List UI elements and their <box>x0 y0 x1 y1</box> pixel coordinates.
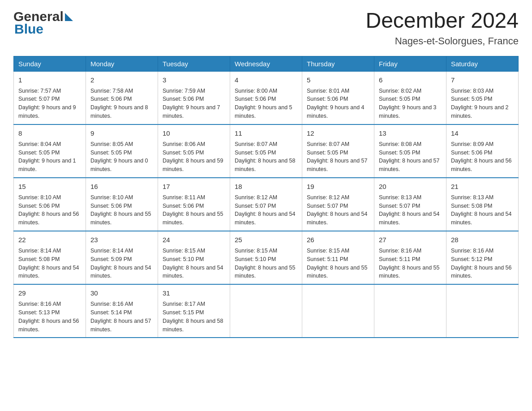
day-number: 15 <box>18 182 81 192</box>
calendar-cell: 12Sunrise: 8:07 AMSunset: 5:05 PMDayligh… <box>302 124 374 178</box>
day-info: Sunrise: 7:57 AMSunset: 5:07 PMDaylight:… <box>18 88 76 120</box>
day-info: Sunrise: 8:13 AMSunset: 5:08 PMDaylight:… <box>451 194 512 226</box>
calendar-cell: 30Sunrise: 8:16 AMSunset: 5:14 PMDayligh… <box>86 284 158 338</box>
day-info: Sunrise: 8:05 AMSunset: 5:05 PMDaylight:… <box>90 141 148 173</box>
day-number: 1 <box>18 75 81 85</box>
calendar-cell: 6Sunrise: 8:02 AMSunset: 5:05 PMDaylight… <box>374 71 446 124</box>
calendar-cell: 10Sunrise: 8:06 AMSunset: 5:05 PMDayligh… <box>158 124 230 178</box>
day-number: 17 <box>163 182 225 192</box>
calendar-cell: 3Sunrise: 7:59 AMSunset: 5:06 PMDaylight… <box>158 71 230 124</box>
calendar-cell: 20Sunrise: 8:13 AMSunset: 5:07 PMDayligh… <box>374 178 446 231</box>
day-info: Sunrise: 8:16 AMSunset: 5:11 PMDaylight:… <box>379 248 440 279</box>
day-info: Sunrise: 8:02 AMSunset: 5:05 PMDaylight:… <box>379 88 437 120</box>
calendar-cell: 2Sunrise: 7:58 AMSunset: 5:06 PMDaylight… <box>86 71 158 124</box>
page-subtitle: Nages-et-Solorgues, France <box>365 35 519 47</box>
calendar-table: SundayMondayTuesdayWednesdayThursdayFrid… <box>13 56 519 338</box>
day-number: 28 <box>451 235 514 245</box>
day-info: Sunrise: 8:09 AMSunset: 5:06 PMDaylight:… <box>451 141 512 173</box>
calendar-cell: 18Sunrise: 8:12 AMSunset: 5:07 PMDayligh… <box>230 178 302 231</box>
calendar-cell <box>302 284 374 338</box>
day-number: 29 <box>18 288 81 298</box>
logo-chevron-icon <box>65 13 73 21</box>
day-number: 6 <box>379 75 442 85</box>
calendar-cell: 8Sunrise: 8:04 AMSunset: 5:05 PMDaylight… <box>14 124 86 178</box>
calendar-cell: 19Sunrise: 8:12 AMSunset: 5:07 PMDayligh… <box>302 178 374 231</box>
logo: General Blue <box>13 9 73 37</box>
col-header-tuesday: Tuesday <box>158 56 230 71</box>
day-number: 10 <box>163 128 225 138</box>
day-info: Sunrise: 8:12 AMSunset: 5:07 PMDaylight:… <box>307 194 368 226</box>
day-info: Sunrise: 8:17 AMSunset: 5:15 PMDaylight:… <box>163 301 223 333</box>
day-info: Sunrise: 8:07 AMSunset: 5:05 PMDaylight:… <box>307 141 368 173</box>
day-info: Sunrise: 8:06 AMSunset: 5:05 PMDaylight:… <box>163 141 223 173</box>
week-row-5: 29Sunrise: 8:16 AMSunset: 5:13 PMDayligh… <box>14 284 519 338</box>
day-info: Sunrise: 8:03 AMSunset: 5:05 PMDaylight:… <box>451 88 509 120</box>
day-info: Sunrise: 7:58 AMSunset: 5:06 PMDaylight:… <box>90 88 148 120</box>
day-info: Sunrise: 8:16 AMSunset: 5:13 PMDaylight:… <box>18 301 79 333</box>
day-number: 19 <box>307 182 369 192</box>
calendar-cell: 7Sunrise: 8:03 AMSunset: 5:05 PMDaylight… <box>446 71 519 124</box>
calendar-cell: 11Sunrise: 8:07 AMSunset: 5:05 PMDayligh… <box>230 124 302 178</box>
page-title: December 2024 <box>365 9 519 33</box>
day-info: Sunrise: 8:16 AMSunset: 5:12 PMDaylight:… <box>451 248 512 279</box>
calendar-cell: 31Sunrise: 8:17 AMSunset: 5:15 PMDayligh… <box>158 284 230 338</box>
day-number: 26 <box>307 235 369 245</box>
day-number: 21 <box>451 182 514 192</box>
col-header-sunday: Sunday <box>14 56 86 71</box>
calendar-cell: 14Sunrise: 8:09 AMSunset: 5:06 PMDayligh… <box>446 124 519 178</box>
calendar-cell: 15Sunrise: 8:10 AMSunset: 5:06 PMDayligh… <box>14 178 86 231</box>
col-header-monday: Monday <box>86 56 158 71</box>
col-header-friday: Friday <box>374 56 446 71</box>
day-info: Sunrise: 8:07 AMSunset: 5:05 PMDaylight:… <box>235 141 296 173</box>
day-number: 20 <box>379 182 442 192</box>
week-row-4: 22Sunrise: 8:14 AMSunset: 5:08 PMDayligh… <box>14 231 519 284</box>
day-number: 31 <box>163 288 225 298</box>
col-header-saturday: Saturday <box>446 56 519 71</box>
calendar-cell: 24Sunrise: 8:15 AMSunset: 5:10 PMDayligh… <box>158 231 230 284</box>
day-info: Sunrise: 8:15 AMSunset: 5:11 PMDaylight:… <box>307 248 368 279</box>
day-number: 18 <box>235 182 297 192</box>
day-info: Sunrise: 8:15 AMSunset: 5:10 PMDaylight:… <box>163 248 223 279</box>
day-number: 7 <box>451 75 514 85</box>
day-number: 24 <box>163 235 225 245</box>
calendar-cell: 1Sunrise: 7:57 AMSunset: 5:07 PMDaylight… <box>14 71 86 124</box>
day-info: Sunrise: 8:15 AMSunset: 5:10 PMDaylight:… <box>235 248 296 279</box>
day-info: Sunrise: 7:59 AMSunset: 5:06 PMDaylight:… <box>163 88 220 120</box>
day-number: 16 <box>90 182 153 192</box>
calendar-cell <box>230 284 302 338</box>
col-header-thursday: Thursday <box>302 56 374 71</box>
day-info: Sunrise: 8:12 AMSunset: 5:07 PMDaylight:… <box>235 194 296 226</box>
calendar-cell: 28Sunrise: 8:16 AMSunset: 5:12 PMDayligh… <box>446 231 519 284</box>
day-info: Sunrise: 8:14 AMSunset: 5:08 PMDaylight:… <box>18 248 79 279</box>
calendar-cell: 17Sunrise: 8:11 AMSunset: 5:06 PMDayligh… <box>158 178 230 231</box>
day-number: 8 <box>18 128 81 138</box>
calendar-header-row: SundayMondayTuesdayWednesdayThursdayFrid… <box>14 56 519 71</box>
day-number: 23 <box>90 235 153 245</box>
calendar-cell <box>374 284 446 338</box>
day-info: Sunrise: 8:16 AMSunset: 5:14 PMDaylight:… <box>90 301 151 333</box>
day-info: Sunrise: 8:01 AMSunset: 5:06 PMDaylight:… <box>307 88 365 120</box>
day-number: 27 <box>379 235 442 245</box>
week-row-1: 1Sunrise: 7:57 AMSunset: 5:07 PMDaylight… <box>14 71 519 124</box>
calendar-cell: 22Sunrise: 8:14 AMSunset: 5:08 PMDayligh… <box>14 231 86 284</box>
day-info: Sunrise: 8:00 AMSunset: 5:06 PMDaylight:… <box>235 88 292 120</box>
calendar-cell: 4Sunrise: 8:00 AMSunset: 5:06 PMDaylight… <box>230 71 302 124</box>
title-block: December 2024 Nages-et-Solorgues, France <box>365 9 519 47</box>
day-number: 4 <box>235 75 297 85</box>
day-number: 9 <box>90 128 153 138</box>
calendar-cell: 9Sunrise: 8:05 AMSunset: 5:05 PMDaylight… <box>86 124 158 178</box>
logo-blue-text: Blue <box>14 21 43 37</box>
calendar-cell: 25Sunrise: 8:15 AMSunset: 5:10 PMDayligh… <box>230 231 302 284</box>
day-info: Sunrise: 8:11 AMSunset: 5:06 PMDaylight:… <box>163 194 223 226</box>
day-info: Sunrise: 8:04 AMSunset: 5:05 PMDaylight:… <box>18 141 76 173</box>
calendar-cell <box>446 284 519 338</box>
day-number: 30 <box>90 288 153 298</box>
calendar-cell: 26Sunrise: 8:15 AMSunset: 5:11 PMDayligh… <box>302 231 374 284</box>
calendar-cell: 29Sunrise: 8:16 AMSunset: 5:13 PMDayligh… <box>14 284 86 338</box>
day-number: 14 <box>451 128 514 138</box>
col-header-wednesday: Wednesday <box>230 56 302 71</box>
day-number: 22 <box>18 235 81 245</box>
day-info: Sunrise: 8:10 AMSunset: 5:06 PMDaylight:… <box>18 194 79 226</box>
day-number: 25 <box>235 235 297 245</box>
day-number: 5 <box>307 75 369 85</box>
